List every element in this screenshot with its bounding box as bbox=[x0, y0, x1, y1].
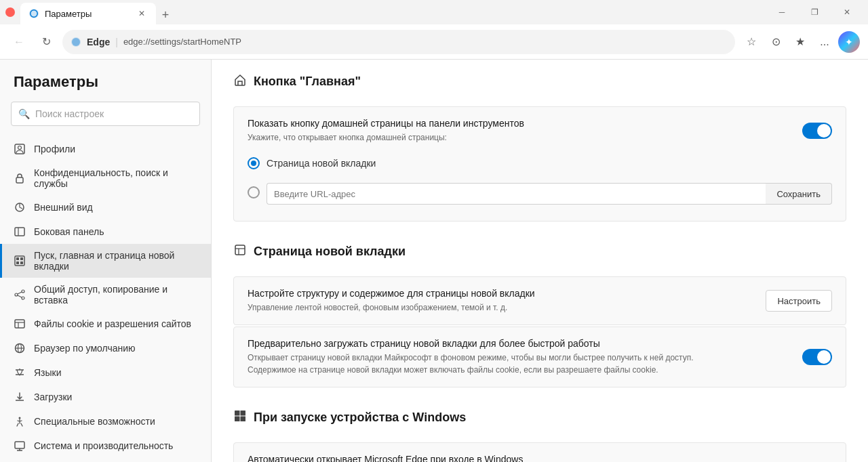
back-button[interactable]: ← bbox=[8, 31, 30, 53]
cookies-icon bbox=[14, 318, 26, 330]
privacy-label: Конфиденциальность, поиск и службы bbox=[34, 167, 197, 189]
sidebar-item-cookies[interactable]: Файлы cookie и разрешения сайтов bbox=[0, 312, 211, 336]
address-bar[interactable]: Edge | edge://settings/startHomeNTP bbox=[62, 30, 735, 54]
customize-button[interactable]: Настроить bbox=[766, 290, 832, 312]
main-layout: Параметры 🔍 Поиск настроек Профили Конфи… bbox=[0, 60, 868, 462]
customize-desc: Управление лентой новостей, фоновым изоб… bbox=[248, 301, 535, 314]
system-label: Система и производительность bbox=[34, 440, 173, 451]
svg-point-22 bbox=[19, 417, 21, 419]
radio-url-option[interactable]: Сохранить bbox=[248, 175, 832, 210]
sidebar-item-sharing[interactable]: Общий доступ, копирование и вставка bbox=[0, 278, 211, 312]
radio-new-tab-label: Страница новой вкладки bbox=[267, 158, 376, 169]
section-newtab-header: Страница новой вкладки bbox=[233, 243, 846, 266]
autostart-title: Автоматически открывает Microsoft Edge п… bbox=[248, 454, 789, 462]
sharing-label: Общий доступ, копирование и вставка bbox=[34, 284, 197, 306]
section-home-button: Кнопка "Главная" Показать кнопку домашне… bbox=[233, 73, 846, 222]
home-radio-group: Страница новой вкладки Сохранить bbox=[248, 152, 832, 210]
sidebar-item-sidebar[interactable]: Боковая панель bbox=[0, 219, 211, 244]
sharing-icon bbox=[14, 289, 26, 301]
svg-rect-9 bbox=[16, 257, 19, 260]
copilot-button[interactable]: ✦ bbox=[838, 31, 860, 53]
sidebar-item-accessibility[interactable]: Специальные возможности bbox=[0, 409, 211, 434]
sidebar-item-system[interactable]: Система и производительность bbox=[0, 434, 211, 458]
close-button[interactable]: ✕ bbox=[831, 0, 863, 24]
search-box[interactable]: 🔍 Поиск настроек bbox=[11, 102, 200, 126]
svg-rect-12 bbox=[20, 261, 23, 264]
radio-new-tab-circle bbox=[248, 157, 260, 169]
svg-rect-16 bbox=[15, 320, 24, 328]
svg-rect-4 bbox=[16, 177, 23, 183]
search-icon: 🔍 bbox=[18, 108, 30, 119]
autostart-card: Автоматически открывает Microsoft Edge п… bbox=[233, 442, 846, 462]
section-home-title: Кнопка "Главная" bbox=[254, 75, 361, 89]
favorites-button[interactable]: ★ bbox=[789, 31, 811, 53]
languages-label: Языки bbox=[34, 367, 62, 378]
customize-title: Настройте структуру и содержимое для стр… bbox=[248, 288, 535, 299]
sidebar-panel-label: Боковая панель bbox=[34, 226, 104, 237]
refresh-button[interactable]: ↻ bbox=[35, 31, 57, 53]
accessibility-icon bbox=[14, 415, 26, 427]
accessibility-label: Специальные возможности bbox=[34, 416, 155, 427]
url-address-input[interactable] bbox=[267, 183, 766, 205]
sidebar-item-appearance[interactable]: Внешний вид bbox=[0, 195, 211, 219]
url-save-button[interactable]: Сохранить bbox=[766, 183, 832, 205]
section-newtab-title: Страница новой вкладки bbox=[254, 245, 406, 259]
sidebar-item-default-browser[interactable]: Браузер по умолчанию bbox=[0, 336, 211, 360]
titlebar-right-controls: ─ ❐ ✕ bbox=[766, 0, 863, 24]
autostart-info: Автоматически открывает Microsoft Edge п… bbox=[248, 454, 789, 462]
restore-button[interactable]: ❐ bbox=[799, 0, 830, 24]
svg-point-3 bbox=[18, 146, 22, 150]
section-windows-title: При запуске устройства с Windows bbox=[254, 411, 466, 425]
preload-toggle-slider bbox=[802, 349, 832, 365]
address-edge-label: Edge bbox=[87, 37, 110, 47]
section-new-tab: Страница новой вкладки Настройте структу… bbox=[233, 243, 846, 387]
edge-tab-icon bbox=[28, 8, 39, 19]
sidebar-item-downloads[interactable]: Загрузки bbox=[0, 385, 211, 409]
titlebar: Параметры ✕ + ─ ❐ ✕ bbox=[0, 0, 868, 24]
active-tab[interactable]: Параметры ✕ bbox=[20, 3, 156, 24]
new-tab-button[interactable]: + bbox=[156, 5, 175, 24]
svg-rect-23 bbox=[15, 442, 24, 448]
languages-icon bbox=[14, 366, 26, 379]
favorites-star-button[interactable]: ☆ bbox=[741, 31, 762, 53]
sidebar-item-family[interactable]: Семейная безопасность bbox=[0, 458, 211, 462]
sidebar-item-languages[interactable]: Языки bbox=[0, 360, 211, 385]
sidebar-item-start[interactable]: Пуск, главная и страница новой вкладки bbox=[0, 244, 211, 278]
svg-rect-32 bbox=[241, 411, 246, 416]
sidebar-item-privacy[interactable]: Конфиденциальность, поиск и службы bbox=[0, 161, 211, 195]
home-button-card: Показать кнопку домашней страницы на пан… bbox=[233, 106, 846, 222]
default-browser-icon bbox=[14, 342, 26, 354]
customize-info: Настройте структуру и содержимое для стр… bbox=[248, 288, 535, 314]
preload-toggle[interactable] bbox=[802, 349, 832, 365]
show-home-row: Показать кнопку домашней страницы на пан… bbox=[248, 118, 832, 144]
tab-close-button[interactable]: ✕ bbox=[136, 7, 148, 20]
svg-rect-11 bbox=[16, 261, 19, 264]
show-home-toggle-slider bbox=[802, 123, 832, 139]
svg-rect-31 bbox=[235, 411, 240, 416]
address-url: edge://settings/startHomeNTP bbox=[123, 37, 241, 47]
show-home-toggle[interactable] bbox=[802, 123, 832, 139]
sidebar-item-profiles[interactable]: Профили bbox=[0, 137, 211, 161]
section-windows-header: При запуске устройства с Windows bbox=[233, 409, 846, 432]
tab-bar: Параметры ✕ + bbox=[20, 0, 761, 24]
section-home-header: Кнопка "Главная" bbox=[233, 73, 846, 96]
svg-rect-34 bbox=[241, 417, 246, 422]
reading-view-button[interactable]: ⊙ bbox=[765, 31, 787, 53]
profiles-label: Профили bbox=[34, 144, 75, 154]
search-placeholder: Поиск настроек bbox=[35, 108, 104, 119]
sidebar-title: Параметры bbox=[0, 73, 211, 102]
appearance-label: Внешний вид bbox=[34, 202, 93, 213]
minimize-button[interactable]: ─ bbox=[766, 0, 797, 24]
more-button[interactable]: ... bbox=[814, 31, 835, 53]
radio-new-tab-option[interactable]: Страница новой вкладки bbox=[248, 152, 832, 175]
sidebar-icon bbox=[14, 226, 26, 238]
customize-newtab-card: Настройте структуру и содержимое для стр… bbox=[233, 276, 846, 325]
content-area: Кнопка "Главная" Показать кнопку домашне… bbox=[212, 60, 868, 462]
url-input-row: Сохранить bbox=[267, 183, 832, 205]
home-section-icon bbox=[233, 73, 247, 90]
svg-point-14 bbox=[15, 293, 18, 296]
cookies-label: Файлы cookie и разрешения сайтов bbox=[34, 318, 191, 329]
windows-section-icon bbox=[233, 409, 247, 426]
downloads-icon bbox=[14, 391, 26, 403]
svg-point-15 bbox=[22, 297, 24, 299]
